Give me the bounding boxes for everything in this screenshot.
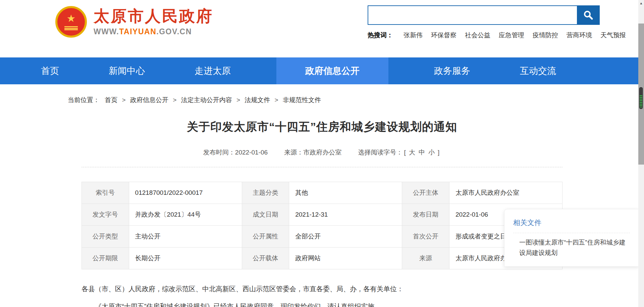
- meta-value-disclosure-attr: 全部公开: [289, 226, 402, 248]
- table-row: 公开期限 长期公开 公开载体 政府网站 来源 太原市人民政府办公室: [82, 248, 562, 269]
- nav-item-news[interactable]: 新闻中心: [105, 57, 149, 84]
- table-row: 公开类型 主动公开 公开属性 全部公开 首次公开 形成或者变更之日: [82, 226, 562, 248]
- dotted-divider: [82, 167, 562, 167]
- breadcrumb-separator: >: [275, 96, 278, 103]
- hot-word[interactable]: 环保督察: [431, 31, 457, 40]
- meta-label-disclosure-type: 公开类型: [82, 226, 129, 248]
- publish-info-bar: 发布时间：2022-01-06 来源：市政府办公室 选择阅读字号：[大中小]: [82, 148, 562, 157]
- font-size-label: 选择阅读字号：: [358, 149, 403, 156]
- breadcrumb-separator: >: [236, 96, 240, 103]
- source-value: 市政府办公室: [303, 149, 341, 156]
- breadcrumb-label: 当前位置：: [68, 96, 100, 103]
- hot-word[interactable]: 社会公益: [465, 31, 490, 40]
- article-paragraph-recipients: 各县（市、区）人民政府，综改示范区、中北高新区、西山示范区管委会，市直各委、局、…: [82, 283, 562, 294]
- related-divider: [513, 233, 630, 233]
- site-url-prefix: WWW.: [94, 27, 119, 36]
- related-documents-title: 相关文件: [513, 218, 630, 227]
- scroll-position-indicator[interactable]: [639, 87, 643, 109]
- site-logo[interactable]: ★ 太原市人民政府 WWW.TAIYUAN.GOV.CN: [55, 4, 213, 40]
- breadcrumb-item-home[interactable]: 首页: [105, 96, 117, 103]
- site-url-suffix: .GOV.CN: [156, 27, 192, 36]
- meta-label-disclosure-carrier: 公开载体: [242, 248, 289, 269]
- breadcrumb-separator: >: [173, 96, 176, 103]
- article-paragraph-body: 《太原市“十四五”住房和城乡建设规划》已经市人民政府同意，现印发给你们，请认真组…: [82, 301, 562, 307]
- meta-label-disclosure-period: 公开期限: [82, 248, 129, 269]
- table-row: 索引号 012187001/2022-00017 主题分类 其他 公开主体 太原…: [82, 182, 562, 204]
- main-nav: 首页 新闻中心 走进太原 政府信息公开 政务服务 互动交流: [0, 57, 644, 84]
- font-size-bracket-open: [: [404, 149, 406, 156]
- breadcrumb-item-statutory-content[interactable]: 法定主动公开内容: [181, 96, 232, 103]
- search-button[interactable]: [577, 5, 600, 25]
- site-header: ★ 太原市人民政府 WWW.TAIYUAN.GOV.CN 热搜词：: [0, 0, 644, 57]
- hot-word[interactable]: 应急管理: [499, 31, 524, 40]
- breadcrumb-item-regulation-files[interactable]: 法规文件: [245, 96, 270, 103]
- nav-item-gov-info-disclosure[interactable]: 政府信息公开: [276, 57, 388, 84]
- nav-item-about-taiyuan[interactable]: 走进太原: [191, 57, 235, 84]
- font-size-medium-button[interactable]: 中: [419, 149, 425, 156]
- related-document-link[interactable]: 一图读懂太原市“十四五”住房和城乡建设局建设规划: [513, 237, 630, 258]
- search-icon: [583, 10, 594, 20]
- nav-item-home[interactable]: 首页: [37, 57, 63, 84]
- table-row: 发文字号 并政办发〔2021〕44号 成文日期 2021-12-31 发布日期 …: [82, 204, 562, 226]
- source-label: 来源：: [284, 149, 303, 156]
- meta-label-doc-number: 发文字号: [82, 204, 129, 226]
- meta-label-topic-category: 主题分类: [242, 182, 289, 204]
- document-meta-table: 索引号 012187001/2022-00017 主题分类 其他 公开主体 太原…: [82, 182, 562, 269]
- breadcrumb-item-gov-info[interactable]: 政府信息公开: [130, 96, 168, 103]
- national-emblem-icon: ★: [55, 6, 87, 38]
- hot-search-label: 热搜词：: [368, 31, 393, 40]
- hot-word[interactable]: 张新伟: [404, 31, 423, 40]
- font-size-large-button[interactable]: 大: [409, 149, 415, 156]
- breadcrumb: 当前位置： 首页 > 政府信息公开 > 法定主动公开内容 > 法规文件 > 非规…: [37, 84, 607, 104]
- meta-label-index-no: 索引号: [82, 182, 129, 204]
- nav-item-gov-services[interactable]: 政务服务: [430, 57, 474, 84]
- hot-word[interactable]: 疫情防控: [533, 31, 558, 40]
- site-url: WWW.TAIYUAN.GOV.CN: [94, 27, 213, 36]
- meta-value-index-no: 012187001/2022-00017: [129, 182, 242, 204]
- related-documents-panel: 相关文件 一图读懂太原市“十四五”住房和城乡建设局建设规划: [504, 209, 639, 267]
- emblem-gate-icon: [64, 26, 78, 30]
- publish-time-label: 发布时间：: [203, 149, 235, 156]
- breadcrumb-item-non-normative[interactable]: 非规范性文件: [283, 96, 321, 103]
- page-title: 关于印发太原市“十四五”住房和城乡建设规划的通知: [82, 119, 562, 135]
- font-size-small-button[interactable]: 小: [428, 149, 435, 156]
- scroll-indicator-stripes-icon: [640, 95, 642, 107]
- meta-label-publish-date: 发布日期: [402, 204, 449, 226]
- article-content: 关于印发太原市“十四五”住房和城乡建设规划的通知 发布时间：2022-01-06…: [82, 119, 562, 307]
- site-title: 太原市人民政府: [94, 7, 213, 25]
- site-url-highlight: TAIYUAN: [119, 27, 156, 36]
- meta-value-disclosure-carrier: 政府网站: [289, 248, 402, 269]
- hot-search-row: 热搜词： 张新伟 环保督察 社会公益 应急管理 疫情防控 营商环境 天气预报: [368, 31, 600, 40]
- meta-label-disclosure-subject: 公开主体: [402, 182, 449, 204]
- meta-value-written-date: 2021-12-31: [289, 204, 402, 226]
- meta-label-source: 来源: [402, 248, 449, 269]
- search-area: 热搜词： 张新伟 环保督察 社会公益 应急管理 疫情防控 营商环境 天气预报: [368, 4, 600, 40]
- meta-value-disclosure-period: 长期公开: [129, 248, 242, 269]
- meta-value-disclosure-subject: 太原市人民政府办公室: [449, 182, 562, 204]
- font-size-bracket-close: ]: [438, 149, 439, 156]
- meta-label-disclosure-attr: 公开属性: [242, 226, 289, 248]
- meta-label-first-disclosure: 首次公开: [402, 226, 449, 248]
- meta-label-written-date: 成文日期: [242, 204, 289, 226]
- hot-word[interactable]: 天气预报: [600, 31, 626, 40]
- emblem-star-icon: ★: [67, 13, 76, 24]
- search-input[interactable]: [368, 5, 577, 25]
- meta-value-topic-category: 其他: [289, 182, 402, 204]
- hot-word[interactable]: 营商环境: [567, 31, 592, 40]
- meta-value-disclosure-type: 主动公开: [129, 226, 242, 248]
- publish-time-value: 2022-01-06: [235, 149, 268, 156]
- meta-value-doc-number: 并政办发〔2021〕44号: [129, 204, 242, 226]
- breadcrumb-separator: >: [122, 96, 126, 103]
- nav-item-interaction[interactable]: 互动交流: [516, 57, 560, 84]
- scrollbar-up-arrow-icon[interactable]: ▲: [638, 0, 644, 6]
- vertical-scrollbar[interactable]: ▲: [638, 0, 644, 307]
